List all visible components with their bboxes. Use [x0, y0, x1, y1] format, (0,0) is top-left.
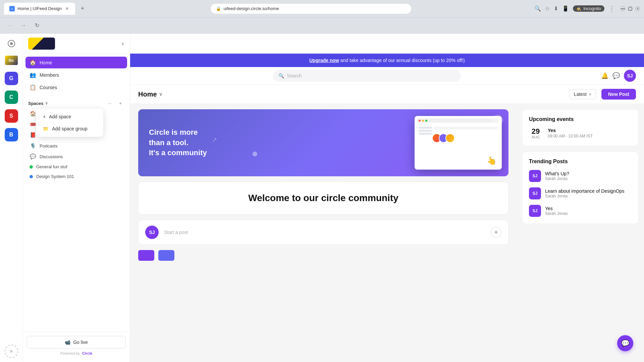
- start-post-input[interactable]: Start a post: [164, 230, 485, 235]
- trending-title-2[interactable]: Learn about importance of DesignOps: [545, 188, 625, 194]
- tab-close-button[interactable]: ✕: [64, 6, 70, 11]
- hero-banner: Circle is more than a tool. It's a commu…: [138, 109, 508, 176]
- sidebar-courses-label: Courses: [40, 85, 57, 90]
- star-icon[interactable]: ☆: [545, 5, 550, 12]
- download-icon[interactable]: ⬇: [554, 5, 558, 12]
- forward-button[interactable]: →: [19, 21, 28, 30]
- hero-image-area: 👆: [323, 109, 508, 176]
- new-post-button[interactable]: New Post: [601, 89, 636, 100]
- chat-fab-button[interactable]: 💬: [617, 335, 633, 351]
- trending-author-1: Sarah Jonas: [545, 176, 569, 181]
- space-item-general[interactable]: General fun stuf: [28, 162, 124, 171]
- event-title: Yes: [548, 128, 593, 133]
- lock-icon: 🔒: [216, 6, 221, 11]
- trending-title-3[interactable]: Yes: [545, 206, 568, 211]
- community-b[interactable]: B: [5, 128, 18, 141]
- back-button[interactable]: ←: [5, 21, 15, 30]
- spaces-add-button[interactable]: +: [116, 99, 124, 107]
- hero-browser-mockup: 👆: [415, 116, 502, 170]
- trending-avatar-1: SJ: [529, 170, 541, 182]
- community-s[interactable]: S: [5, 109, 18, 123]
- chat-fab-icon: 💬: [621, 339, 630, 347]
- podcasts-icon: 🎙️: [30, 143, 36, 149]
- space-item-podcasts[interactable]: 🎙️ Podcasts: [28, 141, 124, 151]
- search-nav: 🔍 Search 🔔 💬 SJ: [130, 67, 644, 85]
- space-icon-ticket: 🎟️: [30, 121, 36, 127]
- start-post-plus-button[interactable]: +: [491, 227, 501, 238]
- url-text: uifeed-design.circle.so/home: [224, 6, 279, 11]
- community-g[interactable]: G: [5, 72, 18, 85]
- spaces-header: Spaces ∨ ··· +: [28, 99, 124, 107]
- powered-by: Powered by Circle: [27, 349, 126, 358]
- dropdown-add-space[interactable]: + Add space: [36, 111, 103, 123]
- community-business[interactable]: Biz: [5, 54, 18, 67]
- event-day: 29: [529, 128, 542, 135]
- main-scroll-area[interactable]: Circle is more than a tool. It's a commu…: [130, 104, 644, 362]
- space-item-discussions[interactable]: 💬 Discussions: [28, 152, 124, 162]
- header-right: Latest ∨ New Post: [570, 89, 636, 100]
- spaces-title: Spaces: [28, 101, 44, 106]
- community-c[interactable]: C: [5, 90, 18, 104]
- app-logo[interactable]: [5, 38, 17, 50]
- welcome-section: Welcome to our circle community: [138, 182, 508, 215]
- spaces-actions: ··· +: [106, 99, 124, 107]
- home-chevron-icon[interactable]: ∨: [159, 92, 162, 97]
- minimize-button[interactable]: ─: [621, 6, 625, 11]
- upgrade-link[interactable]: Upgrade now: [309, 58, 339, 63]
- dropdown-add-space-group[interactable]: 📁 Add space group: [36, 123, 103, 135]
- sidebar-members-label: Members: [40, 72, 59, 78]
- go-live-label: Go live: [73, 340, 88, 345]
- trending-title-1[interactable]: What's Up?: [545, 171, 569, 176]
- spaces-section: Spaces ∨ ··· + 🏠 S... 🎟️: [23, 97, 130, 184]
- hero-more-button[interactable]: ···: [492, 115, 503, 125]
- add-space-icon: +: [43, 114, 46, 119]
- maximize-button[interactable]: □: [628, 6, 633, 11]
- trending-info-3: Yes Sarah Jonas: [545, 206, 568, 216]
- user-avatar-button[interactable]: SJ: [624, 70, 636, 82]
- tab-title: Home | UIFeed Design: [17, 6, 62, 11]
- sidebar-item-members[interactable]: 👥 Members: [25, 69, 127, 81]
- mock-content-bar: [433, 127, 498, 129]
- space-dropdown-popup: + Add space 📁 Add space group: [36, 109, 103, 137]
- mock-bar-3: [419, 133, 432, 135]
- latest-button[interactable]: Latest ∨: [570, 89, 596, 99]
- close-button[interactable]: ✕: [635, 6, 640, 11]
- general-dot: [30, 165, 33, 169]
- mock-dot-red: [419, 120, 421, 122]
- mock-avatar-3: [445, 133, 455, 143]
- search-bar[interactable]: 🔍 Search: [273, 70, 461, 82]
- mock-dot-green: [425, 120, 427, 122]
- add-community-button[interactable]: +: [5, 345, 18, 358]
- incognito-label: Incognito: [583, 6, 601, 11]
- message-icon[interactable]: 💬: [612, 72, 620, 79]
- svg-text:H: H: [11, 7, 13, 10]
- notification-icon[interactable]: 🔔: [601, 72, 608, 79]
- general-label: General fun stuf: [36, 164, 67, 169]
- new-tab-button[interactable]: +: [78, 4, 87, 13]
- mock-sidebar-area: [417, 125, 499, 144]
- space-icon-home: 🏠: [30, 111, 36, 117]
- go-live-icon: 📹: [65, 340, 70, 345]
- top-nav: [130, 34, 644, 54]
- trending-author-3: Sarah Jonas: [545, 211, 568, 216]
- browser-tab[interactable]: H Home | UIFeed Design ✕: [4, 3, 75, 15]
- sidebar-chevron-icon[interactable]: ∨: [121, 41, 124, 46]
- sidebar-item-courses[interactable]: 📋 Courses: [25, 81, 127, 93]
- space-item-design-system[interactable]: Design System 101: [28, 172, 124, 181]
- browser-menu-button[interactable]: ⋮: [608, 5, 615, 13]
- refresh-button[interactable]: ↻: [32, 21, 42, 30]
- main-header: Home ∨ Latest ∨ New Post: [130, 85, 644, 104]
- go-live-button[interactable]: 📹 Go live: [27, 336, 126, 349]
- right-sidebar: Upcoming events 29 AUG Yes 09:00 AM - 10…: [517, 104, 644, 362]
- spaces-more-button[interactable]: ···: [106, 99, 114, 107]
- address-bar[interactable]: 🔒 uifeed-design.circle.so/home: [210, 3, 412, 14]
- circle-brand: Circle: [82, 351, 93, 355]
- sidebar-item-home[interactable]: 🏠 Home: [25, 57, 127, 68]
- mock-content: [433, 127, 498, 143]
- lens-icon[interactable]: 🔍: [534, 5, 541, 12]
- phone-icon[interactable]: 📱: [562, 5, 569, 12]
- spaces-chevron-icon[interactable]: ∨: [45, 101, 48, 106]
- feed-area: Circle is more than a tool. It's a commu…: [130, 104, 517, 362]
- event-date: 29 AUG: [529, 128, 542, 139]
- incognito-badge[interactable]: 🕵️ Incognito: [573, 5, 604, 12]
